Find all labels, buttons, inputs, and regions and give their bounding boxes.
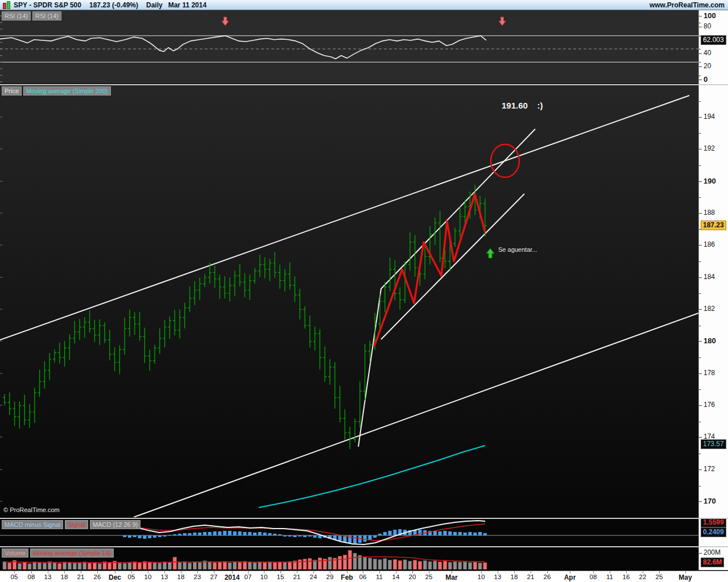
- scale-tick: [699, 197, 701, 198]
- sell-arrow-icon[interactable]: [222, 17, 229, 26]
- scale-tick: [699, 389, 701, 390]
- ma200-label[interactable]: Moving average (Simple 200): [23, 86, 111, 95]
- volume-panel[interactable]: Volume Moving average (Simple 14): [0, 547, 698, 569]
- price-scale-column[interactable]: 62.003 187.23 173.57 1.5599 0.2409 82.6M…: [698, 10, 728, 570]
- date-label: 21: [77, 573, 85, 580]
- rsi-indicator-label-1[interactable]: RSI (14): [2, 11, 31, 20]
- scale-tick: [699, 117, 702, 118]
- date-label: 15: [277, 573, 284, 580]
- macd-label[interactable]: MACD (12 26 9): [90, 520, 140, 529]
- date-label: Mar: [445, 573, 457, 581]
- scale-label: 20: [704, 62, 711, 70]
- scale-tick: [699, 437, 702, 438]
- scale-tick: [699, 76, 701, 76]
- macd-hist-value-box: 0.2409: [701, 527, 726, 537]
- scale-tick: [699, 373, 702, 374]
- scale-tick: [699, 165, 701, 166]
- note-annotation[interactable]: Se aguentar...: [498, 246, 537, 253]
- ma200-value-box: 173.57: [701, 439, 726, 449]
- scale-tick: [699, 245, 702, 246]
- date-label: 06: [359, 573, 367, 580]
- scale-tick: [699, 53, 702, 54]
- scale-tick: [699, 149, 702, 149]
- signal-label[interactable]: Signal: [65, 520, 88, 529]
- volume-label[interactable]: Volume: [2, 548, 28, 558]
- scale-tick: [699, 101, 701, 102]
- date-label: 08: [590, 573, 597, 580]
- date-axis[interactable]: 050813182126Dec0510131823272014071015212…: [0, 571, 728, 582]
- scale-tick: [699, 261, 701, 262]
- panel-separator: [0, 518, 728, 519]
- date-label: 26: [94, 573, 101, 580]
- signal-value-box: 1.5599: [701, 518, 726, 527]
- scale-label: 0: [704, 75, 708, 84]
- up-arrow-icon[interactable]: [486, 248, 494, 258]
- scale-tick: [699, 309, 702, 310]
- price-panel[interactable]: Price Moving average (Simple 200) 191.60…: [0, 85, 698, 517]
- date-label: 13: [44, 573, 52, 580]
- scale-tick: [699, 66, 702, 67]
- sell-arrow-icon[interactable]: [499, 17, 506, 26]
- chart-date: Mar 11 2014: [168, 1, 206, 9]
- rsi-value-box: 62.003: [701, 35, 726, 45]
- macd-minus-signal-label[interactable]: MACD minus Signal: [2, 520, 63, 529]
- scale-label: 176: [704, 401, 715, 409]
- date-label: 26: [544, 573, 551, 580]
- rsi-panel[interactable]: RSI (14) RSI (14): [0, 10, 698, 84]
- timeframe-label[interactable]: Daily: [146, 1, 163, 9]
- date-label: 22: [639, 573, 647, 580]
- volume-ma-label[interactable]: Moving average (Simple 14): [30, 548, 114, 558]
- date-label: 25: [425, 573, 433, 580]
- date-label: 05: [128, 573, 135, 580]
- scale-tick: [699, 181, 702, 182]
- date-label: 20: [409, 573, 416, 580]
- rsi-indicator-label-2[interactable]: RSI (14): [32, 11, 61, 20]
- scale-tick: [699, 62, 701, 63]
- scale-label: 188: [704, 209, 715, 217]
- scale-tick: [699, 133, 701, 134]
- volume-value-box: 82.6M: [701, 558, 724, 567]
- scale-label: 40: [704, 49, 711, 57]
- scale-tick: [699, 486, 701, 487]
- date-label: 14: [392, 573, 400, 580]
- price-label[interactable]: Price: [2, 86, 22, 95]
- panel-separator: [0, 84, 728, 85]
- scale-tick: [699, 27, 702, 27]
- date-label: Apr: [564, 573, 576, 581]
- scale-tick: [699, 357, 701, 358]
- scale-label: 184: [704, 273, 715, 281]
- date-label: 18: [177, 573, 185, 580]
- website-link[interactable]: www.ProRealTime.com: [650, 1, 725, 9]
- rsi-chart: [0, 10, 698, 84]
- date-label: 11: [376, 573, 383, 580]
- instrument-title: SPY - SPDR S&P 500: [14, 1, 81, 9]
- scale-label: 80: [704, 22, 711, 30]
- scale-tick: [699, 277, 702, 278]
- scale-label: 100: [704, 11, 716, 20]
- date-label: 18: [511, 573, 518, 580]
- scale-tick: [699, 80, 702, 80]
- date-label: 07: [245, 573, 252, 580]
- date-label: Feb: [341, 573, 353, 581]
- scale-tick: [699, 23, 701, 23]
- scale-tick: [699, 422, 701, 422]
- candlestick-icon: [2, 1, 10, 9]
- scale-tick: [699, 553, 702, 554]
- scale-tick: [699, 341, 702, 342]
- date-label: 18: [61, 573, 68, 580]
- scale-tick: [699, 469, 702, 470]
- date-label: May: [679, 573, 692, 581]
- date-label: 11: [606, 573, 613, 580]
- scale-tick: [699, 501, 702, 502]
- last-price-box: 187.23: [701, 221, 726, 230]
- scale-tick: [699, 49, 701, 49]
- scale-tick: [699, 454, 701, 454]
- macd-panel[interactable]: MACD minus Signal Signal MACD (12 26 9): [0, 519, 698, 546]
- panel-separator: [0, 546, 728, 547]
- target-price-annotation[interactable]: 191.60 :): [502, 101, 543, 110]
- title-bar: SPY - SPDR S&P 500 187.23 (-0.49%) Daily…: [0, 0, 728, 10]
- scale-tick: [699, 16, 702, 16]
- scale-label: 190: [704, 177, 716, 185]
- scale-label: 180: [704, 336, 716, 345]
- date-label: 13: [494, 573, 502, 580]
